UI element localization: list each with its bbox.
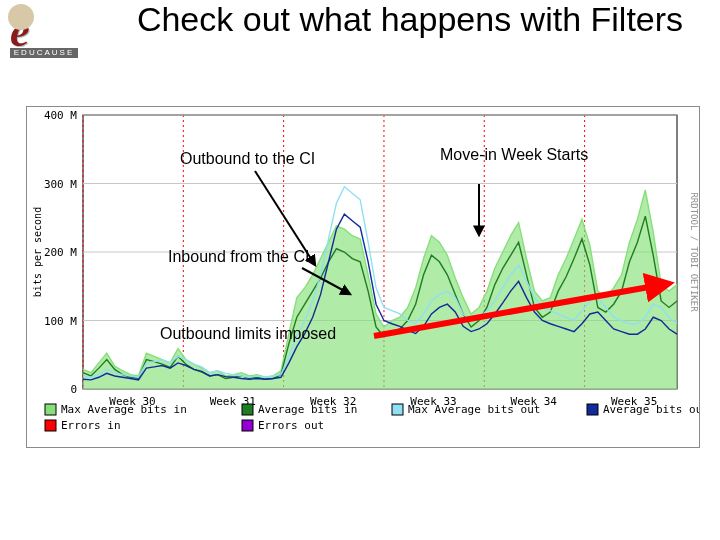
svg-rect-26 [45, 404, 56, 415]
svg-text:Errors out: Errors out [258, 419, 324, 432]
svg-rect-28 [242, 404, 253, 415]
svg-text:Errors in: Errors in [61, 419, 121, 432]
annot-movein: Move-in Week Starts [440, 146, 588, 164]
annot-limits: Outbound limits imposed [160, 325, 336, 343]
svg-text:Max Average bits out: Max Average bits out [408, 403, 540, 416]
slide: e EDUCAUSE Check out what happens with F… [0, 0, 720, 540]
educause-logo: e EDUCAUSE [10, 6, 102, 64]
svg-rect-36 [242, 420, 253, 431]
svg-text:100 M: 100 M [44, 315, 77, 328]
svg-text:300 M: 300 M [44, 178, 77, 191]
svg-rect-32 [587, 404, 598, 415]
svg-text:Average bits in: Average bits in [258, 403, 357, 416]
page-title: Check out what happens with Filters [110, 0, 710, 38]
svg-text:200 M: 200 M [44, 246, 77, 259]
logo-text: EDUCAUSE [10, 48, 78, 58]
traffic-chart: Week 30Week 31Week 32Week 33Week 34Week … [26, 106, 700, 448]
svg-text:400 M: 400 M [44, 109, 77, 122]
annot-outbound-ci: Outbound to the CI [180, 150, 315, 168]
svg-text:Average bits out: Average bits out [603, 403, 699, 416]
svg-text:RRDTOOL / TOBI OETIKER: RRDTOOL / TOBI OETIKER [689, 192, 699, 312]
svg-text:bits per second: bits per second [32, 207, 43, 297]
svg-text:Max Average bits in: Max Average bits in [61, 403, 187, 416]
chart-svg: Week 30Week 31Week 32Week 33Week 34Week … [27, 107, 699, 447]
svg-rect-30 [392, 404, 403, 415]
annot-inbound-ci: Inbound from the CI [168, 248, 309, 266]
svg-text:0: 0 [70, 383, 77, 396]
svg-rect-34 [45, 420, 56, 431]
